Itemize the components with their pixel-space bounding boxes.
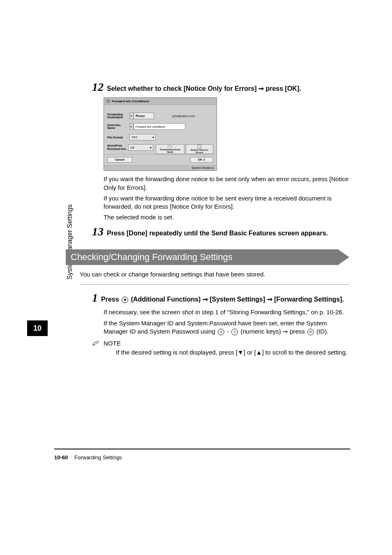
body-paragraph: If necessary, see the screen shot in ste… xyxy=(104,308,349,316)
screenshot-footer-buttons: Cancel OK xyxy=(104,154,217,165)
screenshot-titlebar: Forward w/o Conditions xyxy=(104,98,217,105)
body-paragraph: If you want the forwarding done notice t… xyxy=(104,175,349,192)
ss-destination-name-button[interactable]: ✉ John xyxy=(134,113,154,119)
note-heading: NOTE xyxy=(92,340,349,347)
step-12-heading: 12 Select whether to check [Notice Only … xyxy=(92,81,349,93)
screenshot-body: Forwarding Destination ▸ ✉ John john@can… xyxy=(104,105,217,154)
ss-label-forwarding-destination: Forwarding Destination xyxy=(107,113,129,119)
ss-destination-name: John xyxy=(138,115,145,117)
arrow-icon: ➞ xyxy=(258,85,264,92)
page-number: 10-60 xyxy=(54,454,68,461)
step-1-heading: 1 Press ⊛ (Additional Functions) ➞ [Syst… xyxy=(92,292,349,304)
horizontal-rule xyxy=(80,284,349,285)
arrow-icon: ➞ xyxy=(283,328,288,335)
step-text-part: [Forwarding Settings]. xyxy=(272,296,344,303)
note-label: NOTE xyxy=(104,340,121,347)
step-1-block: 1 Press ⊛ (Additional Functions) ➞ [Syst… xyxy=(92,292,349,357)
step-13-heading: 13 Press [Done] repeatedly until the Sen… xyxy=(92,226,349,238)
additional-functions-key-icon: ⊛ xyxy=(122,297,128,303)
ss-system-monitor-button[interactable]: System Monitor ▸ xyxy=(104,165,217,170)
ss-right-buttons: Forwarding Done Notic Notice Only for Er… xyxy=(156,144,213,154)
step-text-prefix: Select whether to check [Notice Only for… xyxy=(107,85,258,92)
section-intro-paragraph: You can check or change forwarding setti… xyxy=(80,271,349,278)
text-span: - xyxy=(225,328,231,335)
ss-label-file-format: File Format xyxy=(107,136,129,139)
id-key-icon: ID xyxy=(307,329,314,335)
ss-chevron-button[interactable]: ▸ xyxy=(129,123,134,130)
ss-label-store-print: Store/Print Received Doc. xyxy=(107,144,128,150)
chapter-number-tab: 10 xyxy=(27,320,48,336)
body-paragraph: If you want the forwarding done notice t… xyxy=(104,194,349,211)
ss-store-print-dropdown[interactable]: Off xyxy=(128,144,153,151)
ss-row-forwarding-dest: Forwarding Destination ▸ ✉ John john@can… xyxy=(107,112,213,120)
section-heading-text: Checking/Changing Forwarding Settings xyxy=(66,249,339,265)
section-heading-bar: Checking/Changing Forwarding Settings xyxy=(66,249,349,265)
ss-row-send-doc: Send Doc. Name ▸ Forward w/o conditions xyxy=(107,123,213,130)
step-instruction: Press [Done] repeatedly until the Send B… xyxy=(107,229,328,238)
footer-text: 10-60Forwarding Settings xyxy=(54,454,350,461)
step-instruction: Select whether to check [Notice Only for… xyxy=(107,84,301,93)
ss-row-file-format: File Format TIFF xyxy=(107,134,213,141)
screenshot-title-text: Forward w/o Conditions xyxy=(112,99,149,103)
page-footer: 10-60Forwarding Settings xyxy=(54,449,350,461)
ss-file-format-dropdown[interactable]: TIFF xyxy=(129,134,156,140)
body-paragraph: If the System Manager ID and System Pass… xyxy=(104,319,349,336)
ss-destination-email: john@canon.com xyxy=(154,115,213,117)
step-number: 12 xyxy=(92,81,104,93)
text-span: press xyxy=(288,328,307,335)
numeric-key-9-icon: 9 xyxy=(231,329,238,335)
arrow-icon: ➞ xyxy=(203,296,208,303)
ss-chevron-button[interactable]: ▸ xyxy=(129,113,134,119)
forward-icon xyxy=(106,99,110,103)
text-span: (numeric keys) xyxy=(239,328,283,335)
text-span: (ID). xyxy=(315,328,328,335)
main-content: 12 Select whether to check [Notice Only … xyxy=(66,81,349,357)
step-text-suffix: press [OK]. xyxy=(264,85,301,92)
ss-label-send-doc: Send Doc. Name xyxy=(107,124,129,130)
ss-forwarding-done-label: Forwarding Done Notic xyxy=(157,148,183,154)
section-heading-triangle-icon xyxy=(339,250,349,265)
numeric-key-0-icon: 0 xyxy=(218,329,224,335)
note-text: If the desired setting is not displayed,… xyxy=(116,348,349,357)
step-text-part: (Additional Functions) xyxy=(129,296,203,303)
arrow-icon: ➞ xyxy=(267,296,272,303)
document-page: System Manager Settings 10 12 Select whe… xyxy=(0,0,392,555)
step-number: 13 xyxy=(92,226,104,237)
ss-ok-button[interactable]: OK xyxy=(190,157,213,163)
ss-notice-only-errors-button[interactable]: Notice Only for Errors xyxy=(186,144,213,154)
ss-row-store-print: Store/Print Received Doc. Off Forwarding… xyxy=(107,144,213,152)
ss-cancel-button[interactable]: Cancel xyxy=(107,157,132,163)
step-number: 1 xyxy=(92,292,98,304)
footer-rule xyxy=(54,449,350,449)
step-text-part: [System Settings] xyxy=(208,296,267,303)
step-instruction: Press ⊛ (Additional Functions) ➞ [System… xyxy=(101,295,344,304)
mail-arrow-icon xyxy=(168,145,173,148)
footer-section-name: Forwarding Settings xyxy=(74,454,122,461)
embedded-screenshot: Forward w/o Conditions Forwarding Destin… xyxy=(104,97,217,171)
body-paragraph: The selected mode is set. xyxy=(104,213,349,221)
pencil-note-icon xyxy=(92,340,101,347)
step-text-part: Press xyxy=(101,296,121,303)
ss-send-doc-field[interactable]: Forward w/o conditions xyxy=(134,123,185,130)
ss-forwarding-done-notice-button[interactable]: Forwarding Done Notic xyxy=(156,144,184,154)
